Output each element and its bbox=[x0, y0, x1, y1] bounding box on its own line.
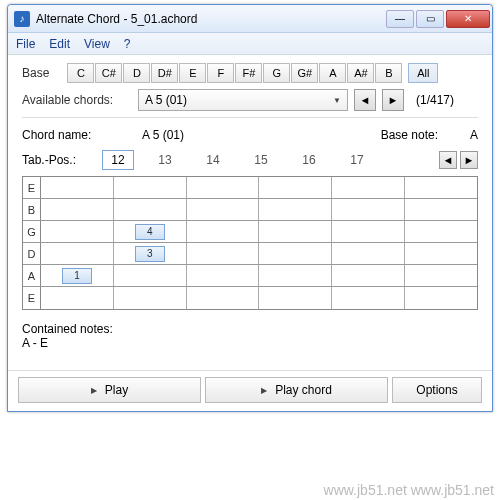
fret-cell[interactable] bbox=[332, 287, 405, 309]
fret-cell[interactable] bbox=[405, 243, 477, 264]
base-button-F[interactable]: F bbox=[207, 63, 234, 83]
fret-cell[interactable] bbox=[114, 177, 187, 198]
fret-cell[interactable] bbox=[259, 287, 332, 309]
base-button-C[interactable]: C bbox=[67, 63, 94, 83]
base-note-value: A bbox=[438, 128, 478, 142]
fret-cell[interactable] bbox=[332, 265, 405, 286]
fret-cell[interactable] bbox=[41, 199, 114, 220]
fret-cell[interactable] bbox=[259, 221, 332, 242]
options-label: Options bbox=[416, 383, 457, 397]
maximize-button[interactable]: ▭ bbox=[416, 10, 444, 28]
arrow-left-icon: ◄ bbox=[443, 155, 454, 166]
play-icon: ▶ bbox=[261, 386, 267, 395]
fret-cell[interactable] bbox=[259, 265, 332, 286]
menu-file[interactable]: File bbox=[16, 37, 35, 51]
fret-cell[interactable]: 3 bbox=[114, 243, 187, 264]
fret-cell[interactable] bbox=[332, 177, 405, 198]
arrow-right-icon: ► bbox=[388, 95, 399, 106]
play-chord-label: Play chord bbox=[275, 383, 332, 397]
fret-cell[interactable] bbox=[405, 221, 477, 242]
base-button-E[interactable]: E bbox=[179, 63, 206, 83]
play-chord-button[interactable]: ▶Play chord bbox=[205, 377, 388, 403]
string-label: B bbox=[23, 199, 41, 220]
base-button-D[interactable]: D bbox=[123, 63, 150, 83]
finger-marker[interactable]: 3 bbox=[135, 246, 165, 262]
base-button-Dsharp[interactable]: D# bbox=[151, 63, 178, 83]
fret-cell[interactable] bbox=[405, 287, 477, 309]
next-chord-button[interactable]: ► bbox=[382, 89, 404, 111]
play-label: Play bbox=[105, 383, 128, 397]
fret-cell[interactable] bbox=[332, 221, 405, 242]
base-button-Csharp[interactable]: C# bbox=[95, 63, 122, 83]
base-label: Base bbox=[22, 66, 49, 80]
base-button-Gsharp[interactable]: G# bbox=[291, 63, 318, 83]
fret-cell[interactable] bbox=[332, 243, 405, 264]
string-row-G: G4 bbox=[23, 221, 477, 243]
fret-cell[interactable] bbox=[259, 199, 332, 220]
fret-cell[interactable] bbox=[405, 177, 477, 198]
string-label: E bbox=[23, 287, 41, 309]
fret-label: 14 bbox=[192, 153, 234, 167]
fret-label: 16 bbox=[288, 153, 330, 167]
title-bar[interactable]: ♪ Alternate Chord - 5_01.achord — ▭ ✕ bbox=[8, 5, 492, 33]
contained-notes-value: A - E bbox=[22, 336, 478, 350]
menu-view[interactable]: View bbox=[84, 37, 110, 51]
fret-label: 15 bbox=[240, 153, 282, 167]
tab-next-button[interactable]: ► bbox=[460, 151, 478, 169]
play-icon: ▶ bbox=[91, 386, 97, 395]
fret-cell[interactable] bbox=[187, 177, 260, 198]
fret-cell[interactable] bbox=[41, 177, 114, 198]
watermark: www.jb51.net www.jb51.net bbox=[324, 482, 494, 498]
close-button[interactable]: ✕ bbox=[446, 10, 490, 28]
string-row-B: B bbox=[23, 199, 477, 221]
fret-cell[interactable] bbox=[187, 199, 260, 220]
menu-bar: File Edit View ? bbox=[8, 33, 492, 55]
fret-cell[interactable] bbox=[259, 177, 332, 198]
prev-chord-button[interactable]: ◄ bbox=[354, 89, 376, 111]
base-button-Asharp[interactable]: A# bbox=[347, 63, 374, 83]
minimize-button[interactable]: — bbox=[386, 10, 414, 28]
string-label: G bbox=[23, 221, 41, 242]
fret-cell[interactable] bbox=[41, 221, 114, 242]
string-row-E: E bbox=[23, 287, 477, 309]
fret-cell[interactable] bbox=[187, 265, 260, 286]
base-button-Fsharp[interactable]: F# bbox=[235, 63, 262, 83]
fret-cell[interactable] bbox=[114, 265, 187, 286]
string-row-A: A1 bbox=[23, 265, 477, 287]
fret-cell[interactable] bbox=[187, 221, 260, 242]
chord-counter: (1/417) bbox=[416, 93, 454, 107]
base-button-G[interactable]: G bbox=[263, 63, 290, 83]
base-button-B[interactable]: B bbox=[375, 63, 402, 83]
menu-edit[interactable]: Edit bbox=[49, 37, 70, 51]
play-button[interactable]: ▶Play bbox=[18, 377, 201, 403]
available-chords-select[interactable]: A 5 (01) ▼ bbox=[138, 89, 348, 111]
base-button-A[interactable]: A bbox=[319, 63, 346, 83]
string-row-E: E bbox=[23, 177, 477, 199]
menu-help[interactable]: ? bbox=[124, 37, 131, 51]
fret-cell[interactable] bbox=[259, 243, 332, 264]
tab-pos-input[interactable]: 12 bbox=[102, 150, 134, 170]
base-all-button[interactable]: All bbox=[408, 63, 438, 83]
tab-prev-button[interactable]: ◄ bbox=[439, 151, 457, 169]
fret-cell[interactable]: 4 bbox=[114, 221, 187, 242]
fret-cell[interactable] bbox=[187, 243, 260, 264]
string-row-D: D3 bbox=[23, 243, 477, 265]
app-window: ♪ Alternate Chord - 5_01.achord — ▭ ✕ Fi… bbox=[7, 4, 493, 412]
options-button[interactable]: Options bbox=[392, 377, 482, 403]
fret-cell[interactable] bbox=[41, 243, 114, 264]
fret-cell[interactable] bbox=[41, 287, 114, 309]
fret-cell[interactable]: 1 bbox=[41, 265, 114, 286]
fret-cell[interactable] bbox=[405, 199, 477, 220]
arrow-left-icon: ◄ bbox=[360, 95, 371, 106]
fretboard[interactable]: EBG4D3A1E bbox=[22, 176, 478, 310]
finger-marker[interactable]: 4 bbox=[135, 224, 165, 240]
finger-marker[interactable]: 1 bbox=[62, 268, 92, 284]
fret-cell[interactable] bbox=[187, 287, 260, 309]
fret-cell[interactable] bbox=[114, 287, 187, 309]
fret-cell[interactable] bbox=[114, 199, 187, 220]
fret-label: 13 bbox=[144, 153, 186, 167]
chord-name-label: Chord name: bbox=[22, 128, 142, 142]
string-label: E bbox=[23, 177, 41, 198]
fret-cell[interactable] bbox=[405, 265, 477, 286]
fret-cell[interactable] bbox=[332, 199, 405, 220]
